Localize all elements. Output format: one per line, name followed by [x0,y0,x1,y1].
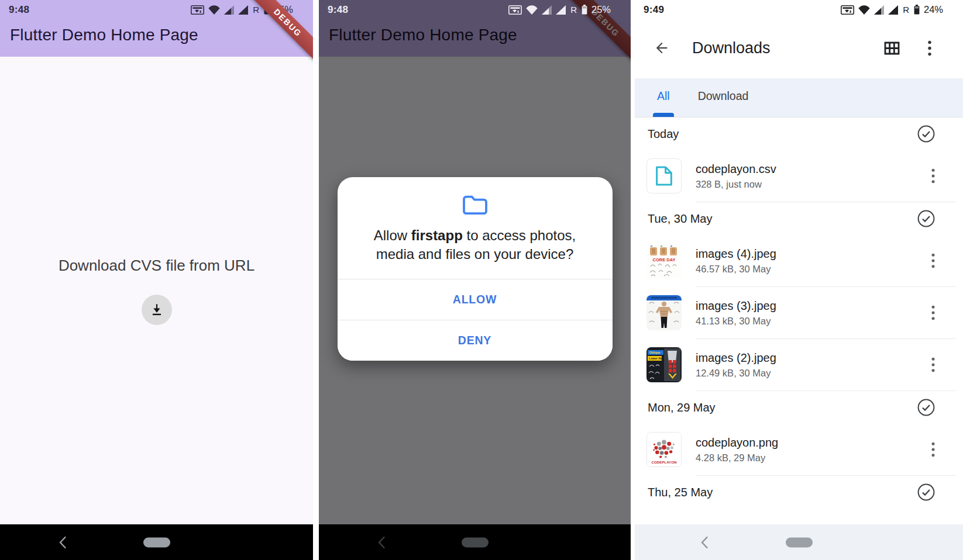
more-vert-icon [931,253,935,268]
battery-percent: 25% [591,4,611,15]
vowifi-icon [841,5,854,15]
select-all-button[interactable] [915,208,937,230]
check-circle-icon [917,399,935,416]
grid-view-button[interactable] [882,39,902,57]
select-all-button[interactable] [915,123,937,145]
status-icon-cluster: R 24% [841,4,943,15]
more-vert-icon [931,442,935,457]
image-thumbnail-codeplayon-logo: CODEPLAYON [646,432,682,467]
file-document-icon [655,165,673,186]
file-meta: 46.57 kB, 30 May [696,264,929,275]
image-thumbnail-lower-abs: ObliqueLower Abs [646,347,682,382]
file-download-icon [149,302,164,317]
permission-dialog-screen: 9:48 R 25% Flutter Demo Home Page DEBUG [319,0,631,560]
file-row-images-3[interactable]: images (3).jpeg 41.13 kB, 30 May [635,287,963,338]
nav-back-button[interactable] [59,536,67,549]
file-menu-button[interactable] [929,303,937,323]
section-header-mon-29-may: Mon, 29 May [635,391,963,424]
status-bar: 9:49 R 24% [635,0,963,18]
check-circle-icon [917,483,935,501]
battery-percent: 24% [924,4,943,15]
allow-button[interactable]: ALLOW [338,279,613,320]
file-menu-button[interactable] [929,355,937,375]
more-vert-icon [931,357,935,372]
status-time: 9:49 [644,4,664,16]
nav-back-button[interactable] [700,536,709,549]
image-thumbnail-workout-man [646,295,682,330]
file-meta: 12.49 kB, 30 May [696,368,929,379]
file-row-images-2[interactable]: ObliqueLower Abs images (2).jpeg 12.49 k… [635,339,963,390]
grid-view-icon [884,42,900,55]
image-thumbnail-core-day: CORE DAY [646,243,682,278]
signal-icon-full [888,5,898,15]
oblique-label: Oblique [649,351,661,354]
file-name: codeplayon.csv [696,163,929,176]
select-all-button[interactable] [915,396,937,419]
downloads-app-screen: 9:49 R 24% Downloads [635,0,963,560]
file-menu-button[interactable] [929,166,937,186]
network-type-label: R [903,5,909,15]
downloads-tab-bar: All Download [635,78,963,117]
deny-button[interactable]: DENY [338,320,613,361]
signal-icon-partial [542,5,552,15]
flutter-body: Download CVS file from URL [0,57,313,524]
download-button[interactable] [142,295,172,325]
nav-home-handle[interactable] [786,537,813,547]
wifi-icon [858,5,870,15]
status-bar: 9:48 R 25% [319,0,631,18]
tab-all[interactable]: All [656,78,671,117]
file-name: images (4).jpeg [696,247,929,261]
check-circle-icon [917,210,935,227]
network-type-label: R [570,5,577,15]
permission-dialog: Allow firstapp to access photos, media a… [338,177,613,361]
section-header-today: Today [635,117,963,150]
page-title: Downloads [692,39,882,57]
folder-icon [462,193,489,216]
file-name: codeplayon.png [696,436,929,450]
permission-app-name: firstapp [411,227,463,243]
nav-home-handle[interactable] [143,537,170,547]
arrow-back-icon [654,40,670,56]
downloads-header: Downloads [635,18,963,78]
status-time: 9:48 [9,4,29,16]
battery-icon [582,5,587,15]
section-header-thu-25-may: Thu, 25 May [635,476,963,509]
file-row-images-4[interactable]: CORE DAY images (4).jpeg 46.57 kB, 30 Ma… [635,235,963,286]
back-button[interactable] [651,37,672,58]
file-name: images (2).jpeg [696,351,929,365]
android-nav-bar [0,524,313,560]
lower-abs-label: Lower Abs [649,357,664,360]
csv-file-thumbnail [646,158,682,193]
overflow-menu-button[interactable] [926,38,934,58]
select-all-button[interactable] [915,481,937,503]
vowifi-icon [191,5,204,15]
more-vert-icon [931,305,935,320]
more-vert-icon [928,40,931,56]
wifi-icon [526,5,538,15]
file-meta: 4.28 kB, 29 May [696,452,929,464]
file-menu-button[interactable] [929,251,937,271]
downloads-list: Today codeplayon.csv 328 B, just now [635,117,963,509]
appbar-title: Flutter Demo Home Page [0,18,313,44]
wifi-icon [208,5,220,15]
section-header-tue-30-may: Tue, 30 May [635,202,963,235]
more-vert-icon [931,168,935,184]
permission-message: Allow firstapp to access photos, media a… [357,226,593,264]
flutter-appbar: 9:48 R 25% Flutter Demo Home Page DEBUG [0,0,313,57]
flutter-app-screen: 9:48 R 25% Flutter Demo Home Page DEBUG … [0,0,313,560]
signal-icon-partial [224,5,234,15]
file-meta: 41.13 kB, 30 May [696,316,929,327]
signal-icon-partial [874,5,884,15]
file-meta: 328 B, just now [696,179,929,190]
battery-icon [914,5,920,15]
file-row-codeplayon-csv[interactable]: codeplayon.csv 328 B, just now [635,150,963,202]
vowifi-icon [508,5,522,15]
file-name: images (3).jpeg [696,299,929,313]
network-type-label: R [253,5,259,15]
tab-download[interactable]: Download [697,78,750,117]
status-time: 9:48 [328,4,348,16]
file-menu-button[interactable] [929,440,937,459]
file-row-codeplayon-png[interactable]: CODEPLAYON codeplayon.png 4.28 kB, 29 Ma… [635,424,963,475]
android-nav-bar [635,524,963,560]
core-day-label: CORE DAY [653,257,676,262]
